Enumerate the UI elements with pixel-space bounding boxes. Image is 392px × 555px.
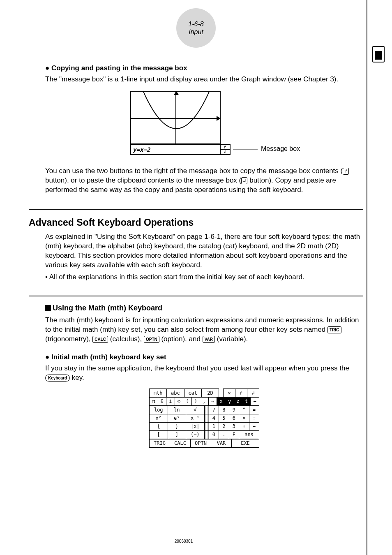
kb-key[interactable]: θ bbox=[158, 397, 166, 405]
kb-key[interactable]: { bbox=[150, 422, 168, 430]
kb-key[interactable]: 6 bbox=[229, 414, 239, 422]
mth-keyboard-figure: mth abc cat 2D ✕ ↱ ↲ π θ i ∞ ( ) , ⇒ x y bbox=[149, 388, 259, 448]
kb-key[interactable]: x bbox=[217, 397, 226, 405]
kb-key[interactable]: x² bbox=[150, 414, 168, 422]
copy-small-button[interactable]: ↱ bbox=[221, 145, 230, 150]
parabola-curve bbox=[131, 92, 221, 145]
page-ref: 1-6-8 bbox=[188, 20, 203, 28]
kb-key[interactable]: √ bbox=[186, 406, 205, 414]
kb-divider bbox=[204, 406, 209, 414]
kb-key[interactable]: π bbox=[150, 397, 158, 405]
section-rule-2 bbox=[29, 296, 363, 296]
kb-key[interactable]: ^ bbox=[239, 406, 249, 414]
kb-copy-icon[interactable]: ↱ bbox=[235, 389, 247, 397]
kb-key[interactable]: 8 bbox=[219, 406, 229, 414]
kb-divider bbox=[204, 414, 209, 422]
kb-tabs-row: mth abc cat 2D ✕ ↱ ↲ bbox=[149, 388, 259, 397]
kb-key[interactable]: ÷ bbox=[249, 414, 259, 422]
message-box-buttons: ↱ ↲ bbox=[221, 144, 231, 155]
page: 1-6-8 Input ● Copying and pasting in the… bbox=[0, 0, 392, 456]
page-header-badge: 1-6-8 Input bbox=[176, 8, 216, 48]
kb-tab-2d[interactable]: 2D bbox=[201, 389, 219, 397]
kb-key[interactable]: 3 bbox=[229, 422, 239, 430]
kb-tab-cat[interactable]: cat bbox=[184, 389, 201, 397]
kb-key[interactable]: E bbox=[229, 430, 239, 439]
black-square-icon bbox=[45, 305, 51, 311]
graph-window bbox=[130, 91, 221, 144]
kb-key[interactable]: × bbox=[239, 414, 249, 422]
kb-paste-icon[interactable]: ↲ bbox=[247, 389, 259, 397]
s2-p1: As explained in "Using the Soft Keyboard… bbox=[45, 232, 363, 270]
kb-key[interactable]: i bbox=[166, 397, 175, 405]
kb-close-icon[interactable]: ✕ bbox=[224, 389, 235, 397]
kb-key[interactable]: ln bbox=[168, 406, 186, 414]
kb-row1: π θ i ∞ ( ) , ⇒ x y z t ← bbox=[149, 397, 259, 406]
footer-code: 20060301 bbox=[0, 539, 367, 543]
paste-icon: ↲ bbox=[241, 177, 247, 184]
kb-key[interactable]: ) bbox=[191, 397, 200, 405]
kb-grid: log ln √ 7 8 9 ^ = x² eˣ x⁻¹ 4 5 bbox=[149, 406, 259, 439]
kb-key[interactable]: − bbox=[249, 422, 259, 430]
kb-divider bbox=[204, 422, 209, 430]
kb-key[interactable]: 5 bbox=[219, 414, 229, 422]
kb-key[interactable]: 9 bbox=[229, 406, 239, 414]
kb-key-ans[interactable]: ans bbox=[239, 430, 259, 439]
kb-tab-abc[interactable]: abc bbox=[167, 389, 184, 397]
kb-key[interactable]: . bbox=[219, 430, 229, 439]
kb-key[interactable]: ] bbox=[168, 430, 186, 439]
kb-key[interactable]: 7 bbox=[209, 406, 219, 414]
kb-tab-calc[interactable]: CALC bbox=[170, 439, 191, 447]
kb-key[interactable]: [ bbox=[150, 430, 168, 439]
s1-title: ● Copying and pasting in the message box bbox=[45, 64, 363, 72]
s2-title: Advanced Soft Keyboard Operations bbox=[29, 217, 363, 228]
kb-key[interactable]: 4 bbox=[209, 414, 219, 422]
copy-icon: ↱ bbox=[343, 168, 349, 175]
kb-key[interactable]: y bbox=[225, 397, 234, 405]
kb-tab-trig[interactable]: TRIG bbox=[150, 439, 170, 447]
kb-key[interactable]: x⁻¹ bbox=[186, 414, 205, 422]
kb-tab-mth[interactable]: mth bbox=[150, 389, 167, 397]
graph-figure: y=x−2 ↱ ↲ Message box bbox=[106, 91, 303, 161]
kb-key[interactable]: z bbox=[234, 397, 242, 405]
kb-key[interactable]: ⇒ bbox=[208, 397, 217, 405]
kb-key[interactable]: eˣ bbox=[168, 414, 186, 422]
s3-p1: The math (mth) keyboard is for inputting… bbox=[45, 316, 363, 344]
content-block-2: As explained in "Using the Soft Keyboard… bbox=[45, 232, 363, 282]
calc-key: CALC bbox=[92, 336, 108, 343]
kb-tab-optn[interactable]: OPTN bbox=[191, 439, 211, 447]
s3-title: Using the Math (mth) Keyboard bbox=[45, 304, 363, 312]
kb-key[interactable]: ( bbox=[183, 397, 192, 405]
kb-key[interactable]: 0 bbox=[209, 430, 219, 439]
kb-divider bbox=[204, 430, 209, 439]
keyboard-key: Keyboard bbox=[45, 375, 70, 382]
message-box-expr: y=x−2 bbox=[133, 146, 150, 153]
kb-tab-var[interactable]: VAR bbox=[211, 439, 232, 447]
trig-key: TRIG bbox=[327, 326, 341, 333]
kb-key[interactable]: , bbox=[200, 397, 209, 405]
kb-key[interactable]: = bbox=[249, 406, 259, 414]
s4-title: ● Initial math (mth) keyboard key set bbox=[45, 353, 363, 361]
paste-small-button[interactable]: ↲ bbox=[221, 150, 230, 154]
kb-key[interactable]: 2 bbox=[219, 422, 229, 430]
content-block-1: ● Copying and pasting in the message box… bbox=[45, 64, 363, 195]
s1-p1: The "message box" is a 1-line input and … bbox=[45, 75, 363, 84]
optn-key: OPTN bbox=[144, 336, 159, 343]
callout-line bbox=[233, 149, 258, 150]
kb-key[interactable]: + bbox=[239, 422, 249, 430]
kb-key[interactable]: } bbox=[168, 422, 186, 430]
kb-key-exe[interactable]: EXE bbox=[232, 439, 259, 447]
kb-key[interactable]: ∞ bbox=[175, 397, 183, 405]
s1-p2: You can use the two buttons to the right… bbox=[45, 166, 363, 195]
kb-key[interactable]: (−) bbox=[186, 430, 205, 439]
kb-key[interactable]: log bbox=[150, 406, 168, 414]
s4-p1: If you stay in the same application, the… bbox=[45, 364, 363, 383]
s2-p2: • All of the explanations in this sectio… bbox=[45, 273, 363, 282]
page-section: Input bbox=[189, 28, 203, 36]
message-box-label: Message box bbox=[261, 145, 300, 153]
kb-key-backspace[interactable]: ← bbox=[251, 397, 259, 405]
kb-key[interactable]: |x| bbox=[186, 422, 205, 430]
message-box-input[interactable]: y=x−2 bbox=[130, 144, 221, 155]
kb-key[interactable]: t bbox=[242, 397, 251, 405]
message-box-row: y=x−2 ↱ ↲ bbox=[130, 144, 232, 155]
kb-key[interactable]: 1 bbox=[209, 422, 219, 430]
